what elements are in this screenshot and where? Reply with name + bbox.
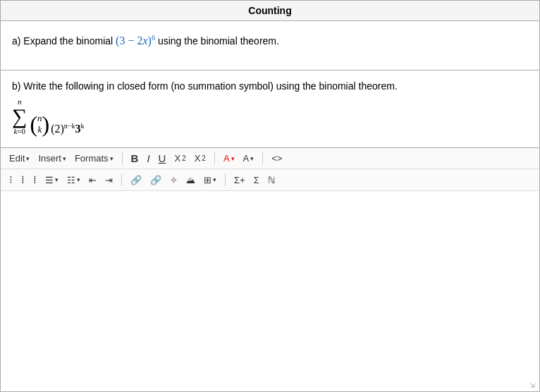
- page-title: Counting: [248, 5, 291, 16]
- code-button[interactable]: <>: [269, 152, 285, 165]
- align-center-button[interactable]: ⁞: [18, 172, 27, 188]
- binom-coeff: ( n k ): [30, 113, 49, 135]
- math-term: (2)n−k3k: [51, 122, 84, 135]
- question-b-label: b): [12, 80, 23, 92]
- sep3: [262, 152, 263, 165]
- font-color-caret: ▾: [231, 155, 235, 162]
- question-a-math: (3 − 2x)6: [116, 35, 158, 47]
- sep5: [225, 173, 226, 186]
- bold-button[interactable]: B: [128, 151, 142, 166]
- question-a: a) Expand the binomial (3 − 2x)6 using t…: [1, 21, 539, 71]
- main-container: Counting a) Expand the binomial (3 − 2x)…: [0, 0, 540, 392]
- table-caret: ▾: [213, 176, 216, 183]
- sep2: [214, 152, 215, 165]
- toolbar-row2: ⁝ ⁞ ⁞ ☰ ▾ ☷ ▾ ⇤ ⇥ 🔗 🔗 ✧ ⛰ ⊞ ▾ Σ+ Σ ℕ: [1, 169, 539, 191]
- bullet-list-button[interactable]: ☰ ▾: [42, 173, 61, 187]
- image-button[interactable]: ⛰: [183, 173, 198, 187]
- italic-button[interactable]: I: [144, 151, 152, 166]
- sep4: [121, 173, 122, 186]
- sep1: [122, 152, 123, 165]
- question-b-text-content: Write the following in closed form (no s…: [23, 80, 397, 92]
- editor-content[interactable]: ⇲: [1, 191, 539, 391]
- question-a-text-after: using the binomial theorem.: [158, 35, 279, 47]
- title-bar: Counting: [1, 1, 539, 21]
- editor-area: Edit ▾ Insert ▾ Formats ▾ B I U X2 X2 A …: [1, 148, 539, 391]
- formats-menu[interactable]: Formats ▾: [72, 152, 116, 165]
- question-a-label: a): [12, 35, 23, 47]
- insert-caret: ▾: [63, 155, 66, 162]
- question-b: b) Write the following in closed form (n…: [1, 71, 539, 148]
- special-formula-button[interactable]: ℕ: [265, 173, 278, 187]
- indent-button[interactable]: ⇥: [102, 173, 116, 187]
- toolbar-row1: Edit ▾ Insert ▾ Formats ▾ B I U X2 X2 A …: [1, 148, 539, 169]
- table-button[interactable]: ⊞ ▾: [201, 173, 219, 187]
- font-color-button[interactable]: A ▾: [221, 152, 238, 165]
- add-formula-button[interactable]: Σ+: [231, 173, 248, 187]
- left-paren: (: [30, 113, 37, 135]
- insert-menu[interactable]: Insert ▾: [35, 152, 69, 165]
- right-paren: ): [42, 113, 50, 135]
- unlink-button[interactable]: 🔗: [147, 173, 164, 187]
- underline-button[interactable]: U: [156, 151, 169, 166]
- resize-handle[interactable]: ⇲: [529, 381, 538, 390]
- sigma-lower-limit: k=0: [13, 127, 25, 135]
- subscript-button[interactable]: X2: [171, 152, 188, 165]
- align-right-button[interactable]: ⁞: [30, 172, 39, 188]
- edit-menu[interactable]: Edit ▾: [6, 152, 32, 165]
- question-b-text: b) Write the following in closed form (n…: [12, 80, 528, 92]
- highlight-caret: ▾: [250, 155, 254, 162]
- question-a-text-before: Expand the binomial: [23, 35, 116, 47]
- link-button[interactable]: 🔗: [128, 173, 145, 187]
- sigma-symbol: ∑: [12, 106, 27, 127]
- outdent-button[interactable]: ⇤: [86, 173, 99, 187]
- formula-button[interactable]: Σ: [251, 173, 262, 187]
- binom-bottom: k: [37, 124, 42, 135]
- highlight-button[interactable]: A ▾: [240, 152, 257, 165]
- special-chars-button[interactable]: ✧: [167, 173, 180, 187]
- superscript-button[interactable]: X2: [192, 152, 209, 165]
- number-list-button[interactable]: ☷ ▾: [64, 173, 83, 187]
- question-b-math: n ∑ k=0 ( n k ) (2)n−k3k: [12, 97, 528, 135]
- edit-caret: ▾: [26, 155, 30, 162]
- bullet-caret: ▾: [55, 176, 59, 183]
- align-left-button[interactable]: ⁝: [6, 172, 16, 188]
- number-caret: ▾: [77, 176, 80, 183]
- formats-caret: ▾: [110, 155, 113, 162]
